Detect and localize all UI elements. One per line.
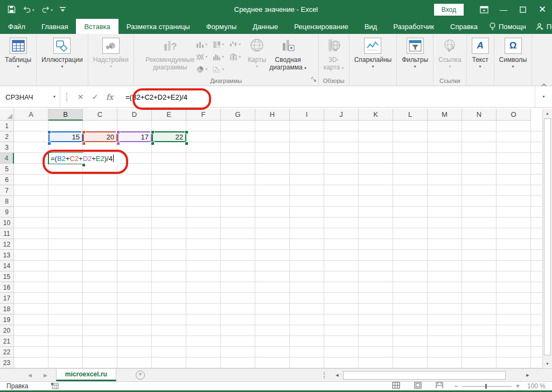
column-header-J[interactable]: J <box>324 109 359 121</box>
column-chart-button[interactable]: ▾ <box>196 38 213 51</box>
illustrations-button[interactable]: Иллюстрации ▾ <box>40 37 85 69</box>
range-handle[interactable] <box>116 142 120 145</box>
cells-layer[interactable]: =(B2+C2+D2+E2)/4 15201722 <box>14 121 542 368</box>
column-header-D[interactable]: D <box>117 109 152 121</box>
normal-view-button[interactable] <box>392 382 400 390</box>
column-header-M[interactable]: M <box>428 109 462 121</box>
vertical-scroll-thumb[interactable] <box>544 118 551 355</box>
formula-input[interactable]: =(B2+C2+D2+E2)/4 <box>125 93 187 101</box>
tab-Вид[interactable]: Вид <box>357 19 386 34</box>
column-header-G[interactable]: G <box>221 109 255 121</box>
row-header-22[interactable]: 22 <box>0 347 14 358</box>
next-sheet-button[interactable]: ▶ <box>44 373 47 378</box>
charts-dialog-launcher[interactable] <box>311 74 316 84</box>
range-handle[interactable] <box>116 130 120 134</box>
combo-chart-button[interactable]: ▾ <box>229 51 246 63</box>
row-header-4[interactable]: 4 <box>0 153 14 164</box>
filters-button[interactable]: Фильтры ▾ <box>400 37 430 69</box>
tab-Рецензирование[interactable]: Рецензирование <box>286 19 356 34</box>
column-header-I[interactable]: I <box>290 109 324 121</box>
zoom-level[interactable]: 100 % <box>527 382 546 390</box>
map-3d-button[interactable]: 3D- карта ▾ <box>322 37 346 71</box>
sparklines-button[interactable]: Спарклайны ▾ <box>353 37 394 69</box>
collapse-ribbon-button[interactable] <box>541 79 547 82</box>
range-handle[interactable] <box>185 130 188 134</box>
vertical-scrollbar[interactable]: ▲ ▼ <box>542 109 552 368</box>
row-header-2[interactable]: 2 <box>0 131 14 142</box>
scatter-chart-button[interactable]: ▾ <box>213 63 229 75</box>
fill-handle[interactable] <box>82 163 86 167</box>
recommended-charts-button[interactable]: ? Рекомендуемые диаграммы <box>144 37 196 71</box>
hierarchy-chart-button[interactable]: ▾ <box>213 38 229 51</box>
row-header-14[interactable]: 14 <box>0 261 14 271</box>
row-header-16[interactable]: 16 <box>0 282 14 293</box>
horizontal-scrollbar[interactable] <box>342 371 523 380</box>
tab-Справка[interactable]: Справка <box>442 19 486 34</box>
row-header-1[interactable]: 1 <box>0 121 14 131</box>
select-all-button[interactable] <box>0 109 14 121</box>
cell-B2[interactable]: 15 <box>48 131 83 142</box>
column-header-E[interactable]: E <box>152 109 186 121</box>
edit-cell[interactable]: =(B2+C2+D2+E2)/4 <box>49 153 120 164</box>
row-header-9[interactable]: 9 <box>0 207 14 218</box>
row-header-13[interactable]: 13 <box>0 250 14 261</box>
pie-chart-button[interactable]: ▾ <box>196 63 213 75</box>
undo-button[interactable]: ▾ <box>23 6 34 13</box>
row-header-18[interactable]: 18 <box>0 304 14 314</box>
pivot-chart-button[interactable]: Сводная диаграмма ▾ <box>268 37 308 71</box>
range-handle[interactable] <box>47 130 51 134</box>
name-box-dropdown-icon[interactable]: ▾ <box>53 95 55 99</box>
redo-dropdown-icon[interactable]: ▾ <box>51 8 53 12</box>
range-handle[interactable] <box>82 130 86 134</box>
formula-bar-grip[interactable] <box>66 93 67 101</box>
column-header-B[interactable]: B <box>48 109 83 121</box>
customize-qat-button[interactable] <box>60 6 66 12</box>
tab-Файл[interactable]: Файл <box>0 19 33 34</box>
row-header-21[interactable]: 21 <box>0 336 14 347</box>
sheet-tab[interactable]: microexcel.ru <box>56 369 116 381</box>
row-header-7[interactable]: 7 <box>0 185 14 196</box>
tab-Формулы[interactable]: Формулы <box>198 19 245 34</box>
undo-dropdown-icon[interactable]: ▾ <box>32 8 34 12</box>
row-header-3[interactable]: 3 <box>0 142 14 153</box>
zoom-in-button[interactable]: + <box>516 382 520 390</box>
column-header-A[interactable]: A <box>14 109 48 121</box>
row-header-10[interactable]: 10 <box>0 218 14 228</box>
close-button[interactable]: ✕ <box>533 0 552 19</box>
range-handle[interactable] <box>151 142 155 145</box>
page-break-view-button[interactable] <box>436 382 443 390</box>
tab-scroll-grip[interactable] <box>324 372 325 379</box>
row-header-8[interactable]: 8 <box>0 196 14 207</box>
row-header-20[interactable]: 20 <box>0 325 14 336</box>
scroll-right-button[interactable]: ▶ <box>523 371 533 380</box>
redo-button[interactable]: ▾ <box>41 6 53 13</box>
row-header-6[interactable]: 6 <box>0 174 14 185</box>
row-header-12[interactable]: 12 <box>0 239 14 250</box>
row-header-23[interactable]: 23 <box>0 358 14 368</box>
ribbon-display-options-button[interactable] <box>474 0 494 19</box>
addins-button[interactable]: Надстройки ▾ <box>92 37 130 69</box>
cancel-button[interactable]: ✕ <box>73 93 88 101</box>
zoom-out-button[interactable]: − <box>454 382 458 390</box>
zoom-slider-thumb[interactable] <box>485 384 487 389</box>
text-button[interactable]: А Текст ▾ <box>470 37 491 69</box>
column-header-N[interactable]: N <box>462 109 497 121</box>
tab-Данные[interactable]: Данные <box>244 19 286 34</box>
insert-function-button[interactable]: fx <box>102 93 117 101</box>
help-assistant-button[interactable]: Помощн <box>486 22 529 31</box>
row-header-17[interactable]: 17 <box>0 293 14 304</box>
column-header-H[interactable]: H <box>255 109 290 121</box>
waterfall-chart-button[interactable]: ▾ <box>229 38 246 51</box>
cell-C2[interactable]: 20 <box>83 131 117 142</box>
line-chart-button[interactable]: ▾ <box>196 51 213 63</box>
new-sheet-button[interactable]: + <box>136 370 145 380</box>
range-handle[interactable] <box>151 130 155 134</box>
scroll-left-button[interactable]: ◀ <box>332 371 342 380</box>
macro-record-button[interactable] <box>51 383 59 389</box>
cell-E2[interactable]: 22 <box>152 131 186 142</box>
column-header-K[interactable]: K <box>359 109 393 121</box>
row-header-19[interactable]: 19 <box>0 314 14 325</box>
tab-Вставка[interactable]: Вставка <box>76 19 118 34</box>
link-button[interactable]: Ссылка ▾ <box>437 37 463 69</box>
tab-Главная[interactable]: Главная <box>33 19 76 34</box>
